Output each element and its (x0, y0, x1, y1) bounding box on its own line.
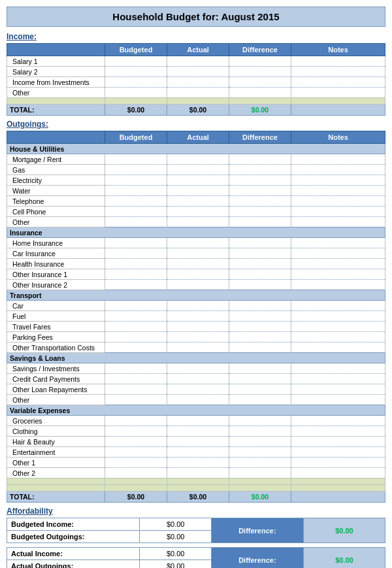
outgoings-item-notes[interactable] (291, 154, 385, 165)
outgoings-item-notes[interactable] (291, 437, 385, 447)
outgoings-section-label: Insurance (7, 227, 385, 238)
outgoings-item-actual[interactable] (167, 437, 229, 447)
outgoings-section-title: Outgoings: (7, 120, 385, 129)
outgoings-item-actual[interactable] (167, 311, 229, 322)
income-item-actual[interactable] (167, 77, 229, 88)
income-item-budgeted[interactable] (105, 88, 167, 98)
outgoings-item-notes[interactable] (291, 311, 385, 322)
outgoings-item-actual[interactable] (167, 468, 229, 478)
outgoings-item-actual[interactable] (167, 217, 229, 227)
income-item-actual[interactable] (167, 67, 229, 77)
outgoings-item-notes[interactable] (291, 217, 385, 227)
outgoings-item-notes[interactable] (291, 238, 385, 248)
outgoings-item-notes[interactable] (291, 395, 385, 405)
outgoings-item-notes[interactable] (291, 301, 385, 311)
outgoings-item-notes[interactable] (291, 342, 385, 353)
outgoings-item-actual[interactable] (167, 447, 229, 458)
income-item-budgeted[interactable] (105, 77, 167, 88)
outgoings-item-actual[interactable] (167, 259, 229, 269)
outgoings-item-notes[interactable] (291, 468, 385, 478)
outgoings-item-budgeted[interactable] (105, 322, 167, 332)
outgoings-item-budgeted[interactable] (105, 363, 167, 374)
outgoings-item-budgeted[interactable] (105, 217, 167, 227)
actual-income-label: Actual Income: (7, 548, 140, 560)
outgoings-item-actual[interactable] (167, 395, 229, 405)
outgoings-item-row: Savings / Investments (7, 363, 385, 374)
outgoings-item-actual[interactable] (167, 342, 229, 353)
outgoings-item-notes[interactable] (291, 363, 385, 374)
outgoings-item-budgeted[interactable] (105, 426, 167, 437)
outgoings-item-actual[interactable] (167, 165, 229, 175)
outgoings-item-label: Travel Fares (7, 322, 105, 332)
outgoings-item-budgeted[interactable] (105, 186, 167, 196)
outgoings-item-diff (229, 175, 291, 186)
outgoings-item-budgeted[interactable] (105, 458, 167, 468)
income-item-notes[interactable] (291, 67, 385, 77)
outgoings-item-budgeted[interactable] (105, 342, 167, 353)
outgoings-item-actual[interactable] (167, 384, 229, 395)
outgoings-item-budgeted[interactable] (105, 468, 167, 478)
outgoings-item-actual[interactable] (167, 322, 229, 332)
outgoings-item-notes[interactable] (291, 384, 385, 395)
outgoings-item-notes[interactable] (291, 322, 385, 332)
outgoings-item-actual[interactable] (167, 458, 229, 468)
outgoings-item-actual[interactable] (167, 207, 229, 217)
outgoings-item-budgeted[interactable] (105, 374, 167, 384)
outgoings-item-notes[interactable] (291, 332, 385, 342)
outgoings-item-budgeted[interactable] (105, 154, 167, 165)
outgoings-item-actual[interactable] (167, 301, 229, 311)
outgoings-item-notes[interactable] (291, 165, 385, 175)
outgoings-item-actual[interactable] (167, 332, 229, 342)
outgoings-item-actual[interactable] (167, 175, 229, 186)
outgoings-item-actual[interactable] (167, 416, 229, 426)
outgoings-item-actual[interactable] (167, 363, 229, 374)
income-item-notes[interactable] (291, 88, 385, 98)
outgoings-item-actual[interactable] (167, 269, 229, 280)
outgoings-item-actual[interactable] (167, 238, 229, 248)
outgoings-item-budgeted[interactable] (105, 395, 167, 405)
outgoings-item-actual[interactable] (167, 196, 229, 207)
outgoings-item-actual[interactable] (167, 374, 229, 384)
income-item-actual[interactable] (167, 88, 229, 98)
income-item-budgeted[interactable] (105, 67, 167, 77)
outgoings-item-notes[interactable] (291, 207, 385, 217)
outgoings-item-budgeted[interactable] (105, 207, 167, 217)
outgoings-item-notes[interactable] (291, 416, 385, 426)
income-item-notes[interactable] (291, 56, 385, 67)
outgoings-item-actual[interactable] (167, 280, 229, 290)
outgoings-item-budgeted[interactable] (105, 248, 167, 259)
outgoings-item-budgeted[interactable] (105, 301, 167, 311)
outgoings-item-notes[interactable] (291, 458, 385, 468)
outgoings-item-notes[interactable] (291, 374, 385, 384)
income-item-actual[interactable] (167, 56, 229, 67)
outgoings-item-notes[interactable] (291, 186, 385, 196)
outgoings-item-budgeted[interactable] (105, 238, 167, 248)
outgoings-item-notes[interactable] (291, 196, 385, 207)
outgoings-item-actual[interactable] (167, 426, 229, 437)
outgoings-item-notes[interactable] (291, 426, 385, 437)
outgoings-item-notes[interactable] (291, 447, 385, 458)
actual-diff-value: $0.00 (303, 548, 385, 569)
outgoings-item-notes[interactable] (291, 280, 385, 290)
outgoings-item-budgeted[interactable] (105, 269, 167, 280)
outgoings-item-budgeted[interactable] (105, 384, 167, 395)
outgoings-item-budgeted[interactable] (105, 416, 167, 426)
outgoings-item-budgeted[interactable] (105, 165, 167, 175)
outgoings-item-notes[interactable] (291, 175, 385, 186)
outgoings-item-budgeted[interactable] (105, 280, 167, 290)
outgoings-item-budgeted[interactable] (105, 175, 167, 186)
outgoings-item-budgeted[interactable] (105, 196, 167, 207)
outgoings-item-budgeted[interactable] (105, 447, 167, 458)
outgoings-item-budgeted[interactable] (105, 311, 167, 322)
outgoings-item-actual[interactable] (167, 248, 229, 259)
outgoings-item-budgeted[interactable] (105, 259, 167, 269)
outgoings-item-budgeted[interactable] (105, 332, 167, 342)
outgoings-item-actual[interactable] (167, 154, 229, 165)
outgoings-item-notes[interactable] (291, 259, 385, 269)
income-item-budgeted[interactable] (105, 56, 167, 67)
outgoings-item-actual[interactable] (167, 186, 229, 196)
income-item-notes[interactable] (291, 77, 385, 88)
outgoings-item-budgeted[interactable] (105, 437, 167, 447)
outgoings-item-notes[interactable] (291, 269, 385, 280)
outgoings-item-notes[interactable] (291, 248, 385, 259)
